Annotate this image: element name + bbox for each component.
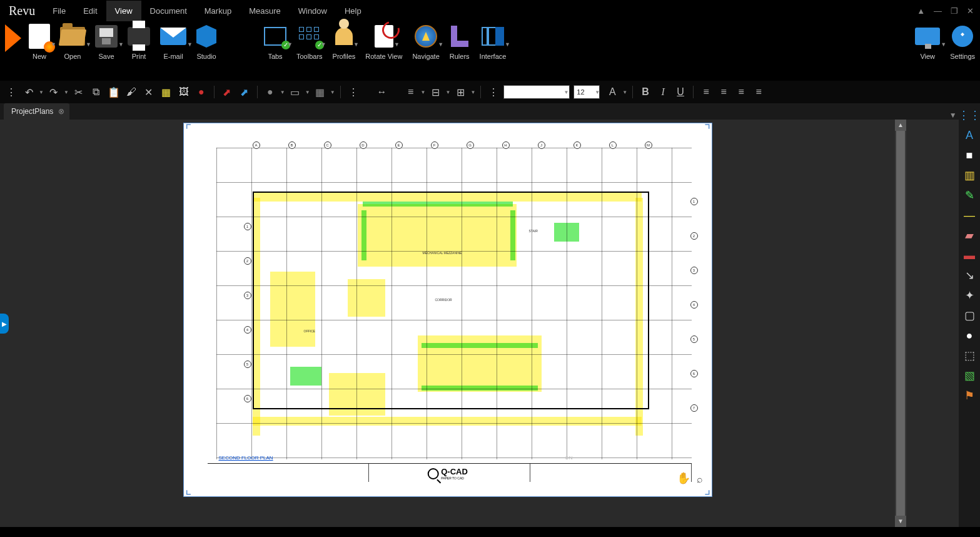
dropdown-icon[interactable]: ▼	[86, 41, 91, 48]
align-justify-button[interactable]: ≡	[751, 84, 766, 100]
ellipse-tool-icon[interactable]: ●	[961, 327, 978, 344]
grip-icon[interactable]: ⋮	[346, 84, 361, 100]
sticky-note-icon[interactable]: ▥	[961, 167, 978, 183]
tabs-icon	[264, 27, 286, 46]
copy-button[interactable]: ⧉	[89, 84, 104, 100]
close-button[interactable]: ✕	[967, 6, 974, 16]
dropdown-icon[interactable]: ▼	[187, 41, 193, 48]
tab-menu-icon[interactable]: ▼	[949, 111, 957, 120]
scroll-up-icon[interactable]: ▲	[895, 120, 906, 131]
settings-button[interactable]: Settings	[945, 24, 980, 78]
dropdown-icon[interactable]: ▼	[287, 41, 293, 48]
navigate-button[interactable]: ▼Navigate	[407, 24, 444, 78]
tabs-button[interactable]: ▼Tabs	[259, 24, 291, 78]
stamp-button[interactable]: ●	[194, 84, 209, 100]
pen-tool-icon[interactable]: ✎	[961, 187, 978, 203]
rotate-view-button[interactable]: ▼Rotate View	[360, 24, 407, 78]
rectangle-tool-icon[interactable]: ▢	[961, 307, 978, 324]
menu-markup[interactable]: Markup	[196, 1, 240, 21]
save-button[interactable]: ▼Save	[90, 24, 123, 78]
dropdown-icon[interactable]: ▼	[394, 41, 400, 48]
bold-button[interactable]: B	[638, 84, 653, 100]
distribute-button-1[interactable]: ⊟	[428, 84, 443, 100]
eraser-icon[interactable]: ▰	[961, 227, 978, 243]
minimize-button[interactable]: —	[934, 6, 942, 16]
menu-window[interactable]: Window	[290, 1, 336, 21]
image-button[interactable]: 🖼	[176, 84, 191, 100]
restore-button[interactable]: ❐	[951, 6, 958, 16]
polyline-tool-icon[interactable]: ✦	[961, 287, 978, 304]
dropdown-icon[interactable]: ▼	[941, 41, 946, 48]
document-page[interactable]: ⌜ ⌝ ⌞ ⌟ A B C D E F G H J K L M 1 2 3 4 …	[184, 123, 712, 496]
polygon-tool-icon[interactable]: ⬚	[961, 347, 978, 364]
dropdown-icon[interactable]: ▼	[118, 41, 124, 48]
linestyle-button[interactable]: ▭	[288, 84, 303, 100]
menu-file[interactable]: File	[44, 1, 74, 21]
dropdown-icon[interactable]: ▼	[321, 41, 326, 48]
arrow-tool-icon[interactable]: ↘	[961, 267, 978, 284]
highlight-color-button[interactable]: ▦	[159, 84, 174, 100]
profiles-button[interactable]: ▼Profiles	[328, 24, 361, 78]
hyperlink-blue-button[interactable]: ⬈	[237, 84, 252, 100]
plan-title: SECOND FLOOR PLAN	[219, 455, 273, 461]
menu-measure[interactable]: Measure	[240, 1, 290, 21]
email-button[interactable]: ▼E-mail	[155, 24, 191, 78]
menu-view[interactable]: View	[106, 1, 141, 21]
italic-button[interactable]: I	[655, 84, 670, 100]
north-arrow-icon: ⊕N	[565, 455, 573, 461]
align-button-1[interactable]: ≡	[403, 84, 418, 100]
grip-icon[interactable]: ⋮⋮	[961, 107, 978, 123]
interface-button[interactable]: ▼Interface	[475, 24, 512, 78]
menu-help[interactable]: Help	[336, 1, 370, 21]
dropdown-icon[interactable]: ▼	[51, 41, 56, 48]
dimension-button[interactable]: ↔	[363, 84, 401, 100]
text-tool-icon[interactable]: A	[961, 127, 978, 143]
font-family-input[interactable]	[503, 85, 570, 99]
redo-button[interactable]: ↷	[46, 84, 61, 100]
revu-menu-button[interactable]	[0, 24, 24, 78]
undo-button[interactable]: ↶	[21, 84, 36, 100]
menu-edit[interactable]: Edit	[74, 1, 106, 21]
distribute-button-2[interactable]: ⊞	[453, 84, 468, 100]
view-mode-button[interactable]: ▼View	[910, 24, 945, 78]
underline-button[interactable]: U	[673, 84, 688, 100]
caret-up-icon[interactable]: ▲	[917, 6, 925, 16]
image-tool-icon[interactable]: ▧	[961, 367, 978, 384]
scroll-down-icon[interactable]: ▼	[895, 516, 906, 527]
scroll-thumb[interactable]	[896, 131, 905, 516]
align-left-button[interactable]: ≡	[699, 84, 714, 100]
envelope-icon	[160, 28, 186, 45]
rulers-button[interactable]: Rulers	[445, 24, 475, 78]
align-right-button[interactable]: ≡	[734, 84, 749, 100]
align-center-button[interactable]: ≡	[716, 84, 731, 100]
studio-button[interactable]: Studio	[191, 24, 221, 78]
line-tool-icon[interactable]: ▬	[961, 247, 978, 263]
format-painter-button[interactable]: 🖌	[124, 84, 139, 100]
menu-document[interactable]: Document	[141, 1, 196, 21]
flag-tool-icon[interactable]: ⚑	[961, 387, 978, 404]
fill-color-button[interactable]: ●	[263, 84, 278, 100]
left-panel-flyout[interactable]: ▶	[0, 314, 9, 334]
vertical-scrollbar[interactable]: ▲ ▼	[895, 120, 906, 527]
dropdown-icon[interactable]: ▼	[505, 41, 510, 48]
hyperlink-red-button[interactable]: ⬈	[220, 84, 235, 100]
delete-button[interactable]: ✕	[141, 84, 156, 100]
note-tool-icon[interactable]: ■	[961, 147, 978, 163]
grid-bubble: C	[324, 141, 331, 149]
hatch-button[interactable]: ▦	[313, 84, 328, 100]
text-color-button[interactable]: A	[605, 84, 620, 100]
dropdown-icon[interactable]: ▼	[438, 41, 443, 48]
toolbars-button[interactable]: ▼Toolbars	[291, 24, 328, 78]
cut-button[interactable]: ✂	[71, 84, 86, 100]
dropdown-icon[interactable]: ▼	[353, 41, 359, 48]
compass-icon	[415, 25, 437, 48]
new-button[interactable]: ▼New	[24, 24, 55, 78]
close-tab-icon[interactable]: ⊗	[58, 107, 64, 116]
open-button[interactable]: ▼Open	[55, 24, 90, 78]
print-button[interactable]: Print	[123, 24, 155, 78]
paste-button[interactable]: 📋	[106, 84, 121, 100]
highlighter-icon[interactable]: —	[961, 207, 978, 223]
grip-icon[interactable]: ⋮	[4, 84, 19, 100]
grip-icon[interactable]: ⋮	[486, 84, 501, 100]
document-tab[interactable]: ProjectPlans ⊗	[4, 103, 69, 120]
